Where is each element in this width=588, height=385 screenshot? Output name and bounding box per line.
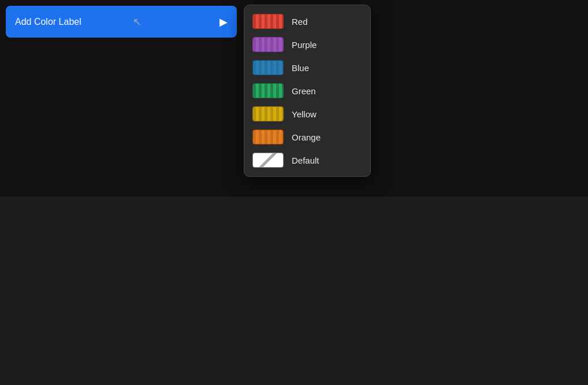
color-swatch-blue <box>252 60 284 75</box>
color-swatch-default <box>252 153 284 168</box>
color-submenu: Red Purple Blue Green Yellow Orange <box>244 5 371 177</box>
color-swatch-purple <box>252 37 284 52</box>
color-item-yellow[interactable]: Yellow <box>244 102 370 125</box>
color-item-default[interactable]: Default <box>244 149 370 172</box>
color-swatch-red <box>252 14 284 29</box>
add-color-label-text: Add Color Label <box>15 17 81 27</box>
context-menu-overlay: Add Color Label ↖ ▶ Red Purple Blue Gree… <box>0 0 243 197</box>
color-label-blue: Blue <box>292 63 309 73</box>
color-swatch-yellow <box>252 106 284 121</box>
add-color-label-button[interactable]: Add Color Label ↖ ▶ <box>6 6 237 38</box>
submenu-arrow: ▶ <box>219 16 228 28</box>
color-label-orange: Orange <box>292 132 321 142</box>
color-item-blue[interactable]: Blue <box>244 56 370 79</box>
color-item-purple[interactable]: Purple <box>244 33 370 56</box>
color-label-red: Red <box>292 17 308 27</box>
color-item-green[interactable]: Green <box>244 79 370 102</box>
color-label-default: Default <box>292 156 319 165</box>
color-swatch-green <box>252 83 284 98</box>
color-item-red[interactable]: Red <box>244 10 370 33</box>
color-item-orange[interactable]: Orange <box>244 125 370 149</box>
color-swatch-orange <box>252 129 284 145</box>
color-label-green: Green <box>292 86 316 96</box>
color-label-purple: Purple <box>292 40 317 50</box>
color-label-yellow: Yellow <box>292 109 317 119</box>
timeline-area: ⊕ ▲ ▼ + ▾ 0:00:00;00 0:00:50;00 0:01:40;… <box>0 197 588 385</box>
cursor-icon: ↖ <box>133 16 142 28</box>
